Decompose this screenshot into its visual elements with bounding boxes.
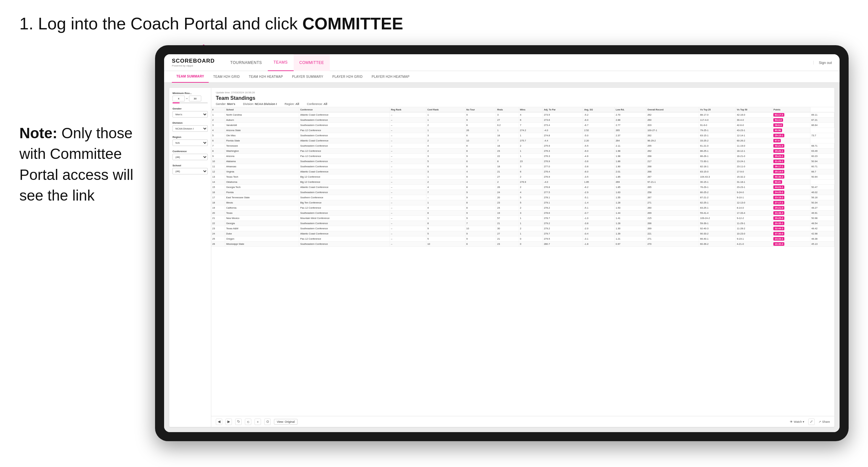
table-cell: 10-23-0 [736,231,772,237]
toolbar-expand-btn[interactable]: ⤢ [808,418,815,425]
sub-nav-team-summary[interactable]: TEAM SUMMARY [172,71,209,83]
table-row: 1North CarolinaAtlantic Coast Conference… [211,113,834,118]
filter-region-select[interactable]: N/A [173,139,208,146]
table-cell: 6 [426,164,465,169]
table-cell: 61-21-0 [699,144,736,149]
table-cell: 9 [465,195,496,200]
table-cell: 27 [496,231,519,237]
table-cell: 9 [465,237,496,242]
table-cell: – [390,231,426,237]
table-cell: -6.0 [583,149,615,154]
toolbar-btn-refresh[interactable]: ↻ [235,418,242,425]
sub-nav-team-h2h-grid[interactable]: TEAM H2H GRID [209,71,244,83]
table-cell: Arkansas [225,164,299,169]
table-cell: 9 [465,118,496,123]
table-cell: Florida State [225,138,299,144]
table-cell: 6 [465,133,496,138]
slider-fill [173,102,180,103]
table-cell: North Carolina [225,113,299,118]
table-cell: 36-17-1 [772,164,810,169]
table-cell: – [390,175,426,180]
table-cell: 48.42 [810,226,834,231]
table-cell: 4 [519,190,543,195]
table-cell: 39-25-2 [772,216,810,221]
table-cell: 26 [465,128,496,133]
gender-meta: Gender: Men's [216,102,235,105]
sub-nav-player-h2h-heatmap[interactable]: PLAYER H2H HEATMAP [367,71,414,83]
col-rnds: Rnds [496,107,519,113]
table-cell: 1.90 [614,164,646,169]
table-cell: Atlantic Coast Conference [299,138,390,144]
table-cell: 1.86 [614,159,646,164]
sub-nav: TEAM SUMMARY TEAM H2H GRID TEAM H2H HEAT… [164,71,840,83]
toolbar-btn-add[interactable]: + [254,418,261,425]
watch-button[interactable]: 👁 Watch ▾ [790,420,804,424]
table-cell: Texas [225,211,299,216]
table-cell: 11 [211,164,225,169]
sub-nav-player-h2h-grid[interactable]: PLAYER H2H GRID [328,71,367,83]
table-cell: 109-24-2 [699,216,736,221]
table-cell: -0.7 [583,211,615,216]
table-cell: Southeastern Conference [299,211,390,216]
sub-nav-team-h2h-heatmap[interactable]: TEAM H2H HEATMAP [244,71,287,83]
table-cell: 1.21 [614,237,646,242]
table-row: 16FloridaSoutheastern Conference–7924427… [211,190,834,195]
filter-conference-select[interactable]: (All) [173,154,208,160]
table-cell: 21 [496,169,519,175]
table-cell: Duke [225,231,299,237]
table-cell: 4 [465,180,496,185]
table-cell: 9-10-1 [736,195,772,200]
table-cell: 275.7 [519,138,543,144]
table-cell: – [390,221,426,226]
filter-conference: Conference (All) [173,150,208,160]
col-conference: Conference [299,107,390,113]
filter-range-to[interactable] [189,96,201,101]
table-cell: 33-38-4 [772,211,810,216]
filter-division-label: Division [173,121,208,124]
table-cell: 9 [465,175,496,180]
table-scroll[interactable]: # School Conference Reg Rank Conf Rank N… [211,107,834,416]
table-cell: -4.6 [583,154,615,159]
col-no-tour: No Tour [465,107,496,113]
table-cell: 4 [211,128,225,133]
filter-division-select[interactable]: NCAA Division I [173,125,208,132]
table-cell: 277.0 [543,164,583,169]
table-cell: Arizona State [225,128,299,133]
data-table: # School Conference Reg Rank Conf Rank N… [211,107,834,247]
table-cell: 9 [426,226,465,231]
table-cell: Southeastern Conference [299,242,390,247]
table-cell: Southeastern Conference [299,226,390,231]
app-nav: SCOREBOARD Powered by clippd TOURNAMENTS… [164,54,840,71]
toolbar-btn-info[interactable]: ⊙ [264,418,271,425]
table-cell: 4 [519,113,543,118]
table-cell: -1.4 [583,200,615,206]
share-button[interactable]: ↗ Share [818,420,830,424]
toolbar-btn-share-link[interactable]: ⎋ [245,418,251,425]
nav-signout[interactable]: Sign out [813,61,832,65]
filter-gender-select[interactable]: Men's [173,111,208,118]
table-cell: 24 [211,231,225,237]
table-cell: 276.9 [519,180,543,185]
nav-item-tournaments[interactable]: TOURNAMENTS [224,54,268,71]
nav-item-committee[interactable]: COMMITTEE [293,54,330,71]
table-cell: 5 [426,159,465,164]
table-cell: 6 [465,159,496,164]
filter-school-select[interactable]: (All) [173,168,208,175]
sub-nav-player-summary[interactable]: PLAYER SUMMARY [287,71,328,83]
table-cell: 1.85 [614,185,646,190]
table-cell: Tennessee [225,144,299,149]
table-cell: 271 [646,237,699,242]
nav-item-teams[interactable]: TEAMS [268,54,293,71]
table-cell: 2.52 [583,128,615,133]
table-cell: 8 [465,206,496,211]
toolbar-btn-back[interactable]: ◀ [216,418,222,425]
filter-range-from[interactable] [173,96,185,101]
table-cell: 17 [211,195,225,200]
table-cell: 29-21-0 [772,206,810,211]
view-original-button[interactable]: View: Original [274,419,298,425]
toolbar-btn-forward[interactable]: ▶ [225,418,232,425]
table-cell: 42-16-0 [736,113,772,118]
table-cell: 2.37 [614,133,646,138]
table-row: 11ArkansasSoutheastern Conference–681832… [211,164,834,169]
table-cell: 29-15-1 [772,133,810,138]
